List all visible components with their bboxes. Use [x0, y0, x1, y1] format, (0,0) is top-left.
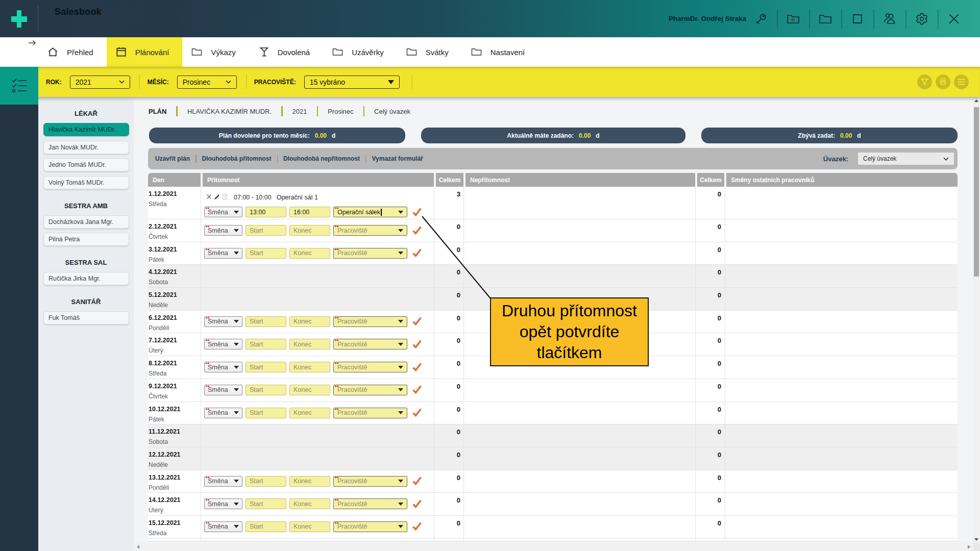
- end-time-input[interactable]: Konec: [289, 385, 330, 395]
- toolbar-button[interactable]: Uzavřít plán: [155, 155, 190, 162]
- end-time-input[interactable]: Konec: [289, 225, 330, 236]
- confirm-check-button[interactable]: [412, 385, 422, 395]
- shift-select[interactable]: Směna: [204, 521, 242, 532]
- tab-prehled[interactable]: Přehled: [38, 37, 107, 67]
- workplace-select[interactable]: Operační sálek: [333, 207, 407, 217]
- shift-select[interactable]: Směna: [204, 498, 242, 509]
- tab-svatky[interactable]: Svátky: [397, 37, 462, 67]
- filter-select-rok[interactable]: 2021: [70, 76, 130, 89]
- toolbar-button[interactable]: Vymazat formulář: [372, 155, 423, 162]
- shift-select[interactable]: Směna: [204, 225, 242, 236]
- uvazek-select[interactable]: Celý úvazek: [858, 153, 954, 165]
- start-time-input[interactable]: Start: [246, 498, 286, 509]
- workplace-select[interactable]: Pracoviště: [333, 521, 407, 532]
- shift-select[interactable]: Směna: [204, 248, 242, 259]
- confirm-check-button[interactable]: [412, 521, 422, 532]
- scroll-right-button[interactable]: [965, 543, 973, 551]
- shift-select[interactable]: Směna: [204, 316, 242, 327]
- toolbar-button[interactable]: Dlouhodobá přítomnost: [202, 155, 272, 162]
- start-time-input[interactable]: Start: [246, 385, 286, 395]
- workplace-select[interactable]: Pracoviště: [333, 476, 407, 487]
- end-time-input[interactable]: Konec: [289, 362, 330, 372]
- start-time-input[interactable]: Start: [246, 362, 286, 372]
- end-time-input[interactable]: Konec: [289, 408, 330, 418]
- end-time-input[interactable]: Konec: [289, 316, 330, 327]
- menu-lines-button[interactable]: [954, 74, 969, 89]
- copy-entry-icon[interactable]: [222, 193, 228, 202]
- start-time-input[interactable]: Start: [246, 339, 286, 349]
- confirm-check-button[interactable]: [412, 226, 422, 236]
- sidebar-person-button[interactable]: Docházková Jana Mgr.: [43, 215, 129, 229]
- shift-select[interactable]: Směna: [204, 476, 242, 487]
- app-logo[interactable]: [0, 0, 38, 37]
- confirm-check-button[interactable]: [412, 207, 422, 217]
- back-arrow-icon[interactable]: [28, 39, 36, 48]
- workplace-select[interactable]: Pracoviště: [333, 385, 407, 395]
- folder-new-icon[interactable]: N: [786, 0, 801, 37]
- sidebar-person-button[interactable]: Volný Tomáš MUDr.: [43, 176, 129, 189]
- workplace-select[interactable]: Pracoviště: [333, 339, 407, 349]
- breadcrumb-item[interactable]: Celý úvazek: [374, 108, 410, 115]
- workplace-select[interactable]: Pracoviště: [333, 498, 407, 509]
- sidebar-person-button[interactable]: Jan Novák MUDr.: [43, 141, 129, 154]
- tab-dovolena[interactable]: Dovolená: [249, 37, 323, 67]
- tab-nastaveni[interactable]: Nastavení: [462, 37, 538, 67]
- start-time-input[interactable]: Start: [246, 248, 286, 259]
- filter-select-msc[interactable]: Prosinec: [177, 76, 237, 89]
- horizontal-scrollbar[interactable]: [134, 543, 973, 551]
- breadcrumb-item[interactable]: Prosinec: [328, 108, 354, 115]
- scroll-left-button[interactable]: [134, 543, 142, 551]
- start-time-input[interactable]: Start: [246, 408, 286, 418]
- checklist-toggle[interactable]: [0, 67, 38, 105]
- end-time-input[interactable]: Konec: [289, 248, 330, 259]
- tab-planovani[interactable]: Plánování: [107, 37, 183, 67]
- confirm-check-button[interactable]: [412, 362, 422, 372]
- sidebar-person-button[interactable]: Jedno Tomáš MUDr.: [43, 158, 129, 171]
- confirm-check-button[interactable]: [412, 476, 422, 486]
- end-time-input[interactable]: Konec: [289, 521, 330, 532]
- sidebar-person-button[interactable]: Hlavička Kazimír MUDr.: [43, 123, 129, 136]
- key-icon[interactable]: [753, 0, 769, 37]
- end-time-input[interactable]: 16:00: [289, 207, 330, 217]
- start-time-input[interactable]: Start: [246, 476, 286, 487]
- tab-uzaverky[interactable]: Uzávěrky: [323, 37, 397, 67]
- close-x-icon[interactable]: [946, 0, 962, 37]
- confirm-check-button[interactable]: [412, 248, 422, 258]
- workplace-select[interactable]: Pracoviště: [333, 248, 407, 259]
- workplace-select[interactable]: Pracoviště: [333, 316, 407, 327]
- settings-gear-icon[interactable]: [914, 0, 929, 37]
- shift-select[interactable]: Směna: [204, 339, 242, 349]
- sidebar-person-button[interactable]: Ručička Jirka Mgr.: [43, 272, 129, 285]
- scroll-down-button[interactable]: [973, 536, 980, 543]
- users-icon[interactable]: [882, 0, 897, 37]
- user-name[interactable]: PharmDr. Ondřej Straka: [669, 15, 746, 22]
- vertical-scrollbar[interactable]: [973, 97, 980, 543]
- filter-funnel-button[interactable]: [917, 74, 932, 89]
- start-time-input[interactable]: Start: [246, 521, 286, 532]
- filter-select-pracovit[interactable]: 15 vybráno: [304, 76, 400, 89]
- sidebar-person-button[interactable]: Fuk Tomáš: [43, 311, 129, 324]
- confirm-check-button[interactable]: [412, 408, 422, 418]
- edit-entry-icon[interactable]: [214, 194, 220, 202]
- shift-select[interactable]: Směna: [204, 408, 242, 418]
- end-time-input[interactable]: Konec: [289, 339, 330, 349]
- shift-select[interactable]: Směna: [204, 362, 242, 372]
- shift-select[interactable]: Směna: [204, 385, 242, 395]
- confirm-check-button[interactable]: [412, 499, 422, 509]
- start-time-input[interactable]: 13:00: [246, 207, 286, 217]
- workplace-select[interactable]: Pracoviště: [333, 225, 407, 236]
- delete-entry-icon[interactable]: [206, 194, 212, 201]
- printer-button[interactable]: [936, 74, 950, 89]
- confirm-check-button[interactable]: [412, 339, 422, 349]
- end-time-input[interactable]: Konec: [289, 476, 330, 487]
- stop-square-icon[interactable]: [850, 0, 865, 37]
- start-time-input[interactable]: Start: [246, 225, 286, 236]
- toolbar-button[interactable]: Dlouhodobá nepřítomnost: [283, 155, 360, 162]
- folder-icon[interactable]: [818, 0, 833, 37]
- tab-vykazy[interactable]: Výkazy: [182, 37, 249, 67]
- shift-select[interactable]: Směna: [204, 207, 242, 217]
- sidebar-person-button[interactable]: Pilná Petra: [43, 233, 129, 246]
- start-time-input[interactable]: Start: [246, 316, 286, 327]
- confirm-check-button[interactable]: [412, 316, 422, 327]
- end-time-input[interactable]: Konec: [289, 498, 330, 509]
